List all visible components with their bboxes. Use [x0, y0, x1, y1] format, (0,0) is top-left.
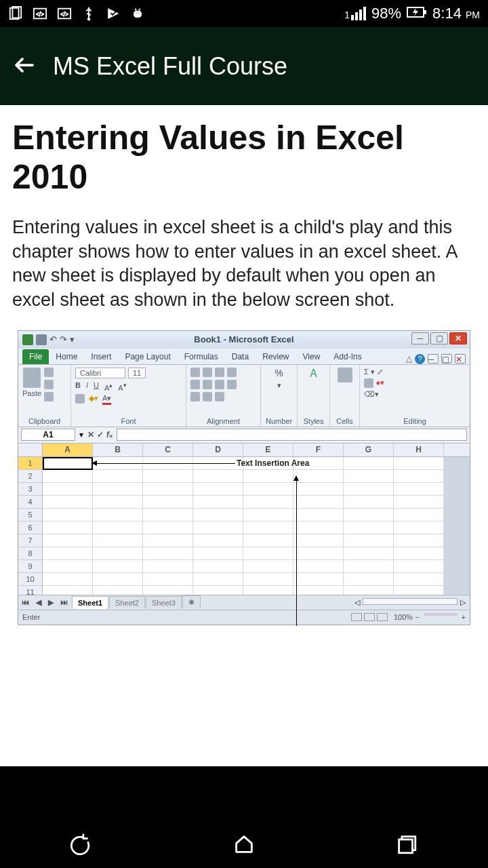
signal-indicator: 1 [344, 7, 366, 20]
group-cells: Cells [330, 365, 360, 427]
number-dropdown-icon: ▾ [277, 381, 281, 390]
ribbon-minimize-icon: △ [406, 354, 412, 363]
window-title: Book1 - Microsoft Excel [194, 334, 293, 344]
align-bottom-icon [215, 368, 224, 377]
svg-text:</>: </> [60, 12, 68, 18]
page-title: Entering Values in Excel 2010 [12, 119, 476, 197]
ribbon-body: Paste Clipboard Calibri 11 [18, 365, 470, 427]
wrap-icon [215, 392, 224, 401]
tab-home: Home [49, 349, 84, 364]
svg-rect-14 [399, 840, 413, 853]
autosum-icon: Σ ▾ ⤢ [364, 368, 383, 376]
article-content[interactable]: Entering Values in Excel 2010 Entering v… [0, 105, 488, 766]
row-10: 10 [18, 573, 43, 586]
android-status-bar: </> </> 1 98% 8:14 PM [0, 0, 488, 27]
window-controls: ─ ▢ ✕ [411, 332, 467, 344]
bottom-gap [0, 766, 488, 822]
fx-icon: fₓ [106, 430, 113, 439]
svg-rect-8 [134, 11, 142, 17]
group-alignment: Alignment [186, 365, 261, 427]
font-name-box: Calibri [75, 368, 125, 378]
status-right: 1 98% 8:14 PM [344, 5, 480, 22]
svg-point-10 [138, 12, 140, 14]
qat-dropdown-icon: ▾ [70, 334, 75, 344]
tab-formulas: Formulas [178, 349, 225, 364]
status-mode: Enter [22, 613, 40, 621]
font-grow-icon: A▴ [104, 381, 113, 392]
tab-view: View [296, 349, 327, 364]
copy-icon [44, 380, 54, 389]
row-8: 8 [18, 547, 43, 560]
row-3: 3 [18, 483, 43, 496]
view-buttons: 100% − + [351, 613, 466, 621]
tab-file: File [22, 349, 49, 364]
italic-icon: I [86, 381, 88, 392]
cells-icon [338, 368, 352, 382]
usb-icon [81, 6, 96, 21]
svg-rect-12 [424, 10, 426, 14]
scroll-left-icon: ◁ [354, 598, 360, 607]
screenshot-icon [8, 6, 23, 21]
row-5: 5 [18, 509, 43, 521]
battery-percent: 98% [371, 5, 401, 22]
scroll-right-icon: ▷ [460, 598, 466, 607]
col-b: B [93, 443, 143, 456]
sheet-nav-next-icon: ▶ [45, 598, 57, 607]
group-clipboard: Paste Clipboard [18, 365, 71, 427]
sheet-nav-first-icon: ⏮ [18, 598, 33, 606]
styles-icon: A [310, 368, 317, 380]
intro-paragraph: Entering values in excel sheet is a chil… [12, 216, 476, 313]
page-layout-view-icon [364, 613, 375, 621]
indent-inc-icon [203, 392, 212, 401]
fill-color-icon: ◆▾ [89, 394, 98, 405]
zoom-in-icon: + [462, 613, 466, 621]
cut-icon [44, 368, 54, 377]
app-header: MS Excel Full Course [0, 27, 488, 105]
paste-button: Paste [22, 368, 41, 397]
svg-point-9 [136, 12, 137, 14]
svg-point-6 [87, 18, 90, 20]
undo-icon: ↶ [49, 334, 57, 344]
code-box-icon: </> [33, 6, 47, 21]
row-7: 7 [18, 534, 43, 547]
col-d: D [193, 443, 243, 456]
nav-recent-button[interactable] [395, 833, 418, 859]
zoom-out-icon: − [415, 613, 419, 621]
nav-back-button[interactable] [70, 833, 93, 859]
group-font: Calibri 11 B I U A▴ A▾ ◆▾ A▾ [71, 365, 186, 427]
font-size-box: 11 [128, 368, 146, 378]
group-number: % ▾ Number [261, 365, 298, 427]
font-shrink-icon: A▾ [118, 381, 126, 392]
nav-home-button[interactable] [232, 833, 256, 859]
ribbon-right: △ ? ─ ▢ ✕ [406, 354, 470, 364]
col-c: C [143, 443, 193, 456]
row-6: 6 [18, 521, 43, 534]
formula-bar-buttons: ✕ ✓ fₓ [87, 430, 113, 439]
quick-access-toolbar: ↶ ↷ ▾ [18, 334, 75, 345]
sheet-nav-last-icon: ⏭ [57, 598, 71, 606]
bold-icon: B [75, 381, 81, 392]
tab-addins: Add-Ins [327, 349, 368, 364]
save-icon [36, 334, 47, 345]
cell-a1 [43, 457, 93, 470]
sheet-tabs-bar: ⏮ ◀ ▶ ⏭ Sheet1 Sheet2 Sheet3 ✱ ◁ ▷ [18, 595, 470, 610]
sheet-tab-1: Sheet1 [72, 596, 108, 609]
orientation-icon [227, 368, 237, 377]
signal-prefix: 1 [344, 9, 350, 20]
battery-icon [407, 5, 427, 22]
new-sheet-tab: ✱ [182, 595, 201, 609]
back-button[interactable] [12, 53, 37, 80]
android-debug-icon [130, 6, 145, 21]
ribbon-tabs: File Home Insert Page Layout Formulas Da… [18, 349, 470, 365]
col-h: H [394, 443, 444, 456]
group-styles: A Styles [298, 365, 330, 427]
tab-insert: Insert [84, 349, 118, 364]
underline-icon: U [94, 381, 99, 392]
play-check-icon [106, 6, 121, 21]
minimize-button: ─ [411, 332, 429, 344]
status-left-icons: </> </> [8, 6, 145, 21]
normal-view-icon [351, 613, 362, 621]
cancel-entry-icon: ✕ [87, 430, 94, 439]
name-box-dropdown-icon: ▾ [79, 430, 83, 439]
tab-data: Data [225, 349, 256, 364]
